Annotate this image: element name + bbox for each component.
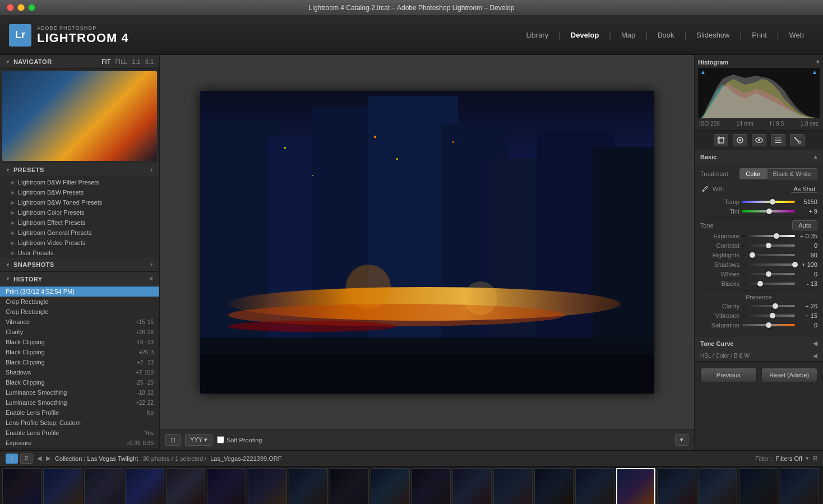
filter-expand-icon[interactable]: ⊞	[812, 455, 817, 462]
histogram-clipping-right[interactable]: ▲	[812, 69, 817, 75]
temp-thumb[interactable]	[770, 199, 775, 205]
nav-item-library[interactable]: Library	[516, 31, 558, 39]
filmstrip-thumb-19[interactable]	[739, 468, 778, 505]
filmstrip-thumb-15[interactable]	[575, 468, 614, 505]
history-item-0[interactable]: Print (3/3/12 4:52:54 PM)	[0, 286, 159, 297]
clarity-thumb[interactable]	[773, 303, 778, 309]
blacks-thumb[interactable]	[757, 281, 763, 286]
preset-item-bwfilter[interactable]: ▶ Lightroom B&W Filter Presets	[0, 177, 159, 187]
eyedropper-tool[interactable]	[700, 184, 710, 194]
1-1-btn[interactable]: 1:1	[132, 58, 140, 65]
filmstrip-thumb-2[interactable]	[43, 468, 82, 505]
toolbar-dropdown[interactable]: ▾	[675, 434, 688, 446]
crop-tool[interactable]	[714, 134, 728, 146]
nav-item-map[interactable]: Map	[611, 31, 645, 39]
presets-header[interactable]: ▼ Presets +	[0, 163, 159, 177]
filter-arrow-icon[interactable]: ▾	[806, 455, 809, 462]
tint-thumb[interactable]	[766, 209, 772, 214]
blacks-slider[interactable]	[742, 283, 795, 285]
hsl-section[interactable]: HSL / Color / B & W ◀	[695, 350, 823, 362]
filmstrip-thumb-11[interactable]	[412, 468, 451, 505]
maximize-button[interactable]	[28, 4, 35, 11]
snapshots-add-icon[interactable]: +	[150, 261, 154, 268]
history-item-10[interactable]: Luminance Smoothing -1012	[0, 387, 159, 397]
tint-slider[interactable]	[742, 210, 795, 212]
filmstrip-thumb-17[interactable]	[657, 468, 696, 505]
filmstrip-thumb-13[interactable]	[493, 468, 533, 505]
shadows-slider[interactable]	[742, 263, 795, 266]
saturation-slider[interactable]	[742, 324, 795, 326]
reset-button[interactable]: Reset (Adobe)	[761, 368, 818, 382]
contrast-thumb[interactable]	[766, 243, 771, 248]
filter-value[interactable]: Filters Off	[776, 455, 802, 462]
history-item-8[interactable]: Shadows +7100	[0, 367, 159, 377]
highlights-slider[interactable]	[742, 254, 795, 256]
history-item-1[interactable]: Crop Rectangle	[0, 297, 159, 307]
3-1-btn[interactable]: 3:1	[145, 58, 154, 65]
filmstrip-thumb-18[interactable]	[698, 468, 737, 505]
preset-item-user[interactable]: ▶ User Presets	[0, 248, 159, 258]
presets-controls[interactable]: +	[150, 167, 154, 173]
history-item-5[interactable]: Black Clipping -16-13	[0, 337, 159, 347]
history-controls[interactable]: ✕	[149, 275, 154, 283]
preset-item-bwtoned[interactable]: ▶ Lightroom B&W Toned Presets	[0, 197, 159, 207]
graduated-filter-tool[interactable]	[771, 134, 785, 146]
saturation-thumb[interactable]	[766, 322, 771, 328]
filmstrip-thumb-4[interactable]	[125, 468, 164, 505]
filmstrip-thumb-5[interactable]	[166, 468, 205, 505]
filmstrip-thumb-16[interactable]	[616, 468, 655, 505]
minimize-button[interactable]	[17, 4, 25, 11]
fill-btn[interactable]: FILL	[115, 58, 127, 65]
nav-item-book[interactable]: Book	[648, 31, 685, 39]
histogram-expand-icon[interactable]: ▾	[816, 58, 820, 66]
page-1-button[interactable]: 1	[6, 454, 18, 464]
close-button[interactable]	[7, 4, 14, 11]
filmstrip-thumb-9[interactable]	[330, 468, 369, 505]
soft-proofing-checkbox-label[interactable]: Soft Proofing	[217, 436, 262, 443]
history-item-14[interactable]: Enable Lens Profile Yes	[0, 428, 159, 438]
next-nav-icon[interactable]: ▶	[46, 455, 50, 462]
preset-item-video[interactable]: ▶ Lightroom Video Presets	[0, 238, 159, 248]
nav-item-web[interactable]: Web	[779, 31, 815, 39]
preset-item-effect[interactable]: ▶ Lightroom Effect Presets	[0, 218, 159, 228]
histogram-clipping-left[interactable]: ▲	[700, 69, 706, 75]
window-controls[interactable]	[7, 4, 35, 11]
history-item-7[interactable]: Black Clipping +2-23	[0, 357, 159, 367]
yyy-button[interactable]: YYY ▾	[185, 434, 212, 446]
filmstrip-thumb-12[interactable]	[452, 468, 492, 505]
brush-tool[interactable]	[790, 134, 804, 146]
history-item-11[interactable]: Luminance Smoothing +2222	[0, 397, 159, 408]
bw-treatment-button[interactable]: Black & White	[767, 168, 817, 179]
temp-slider[interactable]	[742, 201, 795, 203]
wb-value[interactable]: As Shot	[791, 186, 817, 193]
filmstrip-thumb-7[interactable]	[248, 468, 287, 505]
soft-proofing-checkbox[interactable]	[217, 436, 224, 443]
vibrance-slider[interactable]	[742, 315, 795, 317]
color-treatment-button[interactable]: Color	[739, 168, 766, 179]
history-item-15[interactable]: Exposure +0.350.35	[0, 438, 159, 448]
vibrance-thumb[interactable]	[770, 313, 775, 318]
red-eye-tool[interactable]	[752, 134, 766, 146]
exposure-thumb[interactable]	[774, 233, 779, 239]
history-item-4[interactable]: Clarity +2626	[0, 327, 159, 337]
preset-item-color[interactable]: ▶ Lightroom Color Presets	[0, 207, 159, 218]
preset-item-general[interactable]: ▶ Lightroom General Presets	[0, 228, 159, 238]
history-item-2[interactable]: Crop Rectangle	[0, 307, 159, 317]
history-item-12[interactable]: Enable Lens Profile No	[0, 408, 159, 418]
navigator-header[interactable]: ▼ Navigator FIT FILL 1:1 3:1	[0, 55, 159, 69]
tone-curve-section[interactable]: Tone Curve ◀	[695, 336, 823, 350]
clarity-slider[interactable]	[742, 305, 795, 307]
filmstrip-thumb-10[interactable]	[371, 468, 410, 505]
basic-header[interactable]: Basic ▴	[695, 150, 823, 164]
whites-slider[interactable]	[742, 273, 795, 275]
contrast-slider[interactable]	[742, 244, 795, 247]
fit-btn[interactable]: FIT	[101, 58, 111, 65]
filmstrip-thumb-14[interactable]	[534, 468, 574, 505]
snapshots-controls[interactable]: +	[150, 261, 154, 268]
snapshots-header[interactable]: ▼ Snapshots +	[0, 258, 159, 272]
preset-item-bwpresets[interactable]: ▶ Lightroom B&W Presets	[0, 187, 159, 197]
filmstrip-thumb-3[interactable]	[84, 468, 123, 505]
previous-button[interactable]: Previous	[700, 368, 757, 382]
filmstrip-thumb-1[interactable]	[2, 468, 41, 505]
view-mode-button[interactable]: ◻	[165, 434, 181, 446]
